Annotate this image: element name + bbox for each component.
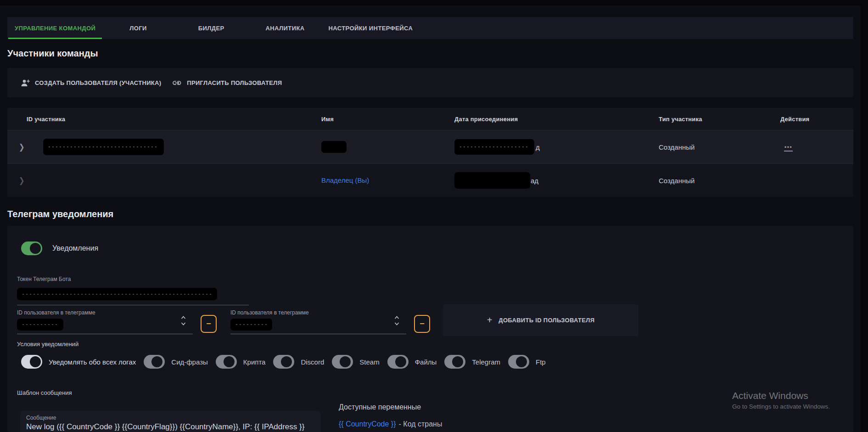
toggle-discord[interactable] bbox=[273, 355, 294, 369]
toggle-files-label: Файлы bbox=[415, 358, 437, 366]
notifications-toggle[interactable] bbox=[21, 241, 42, 255]
redacted-join-date bbox=[454, 139, 534, 155]
cell-name: Владелец (Вы) bbox=[321, 176, 454, 185]
redacted-user-id-value[interactable] bbox=[230, 319, 272, 331]
telegram-user-id-field: ID пользователя в телеграмме − bbox=[17, 309, 219, 337]
number-spinner[interactable] bbox=[180, 315, 186, 328]
condition-seed-phrases: Сид-фразы bbox=[144, 355, 207, 369]
col-header-member-id: ID участника bbox=[27, 116, 321, 123]
toggle-all-logs-label: Уведомлять обо всех логах bbox=[49, 358, 136, 366]
invite-user-button[interactable]: ПРИГЛАСИТЬ ПОЛЬЗОВАТЕЛЯ bbox=[172, 79, 282, 86]
cell-expand: ❯ bbox=[7, 176, 27, 185]
condition-all-logs: Уведомлять обо всех логах bbox=[21, 355, 136, 369]
join-date-suffix: ад bbox=[531, 177, 538, 185]
condition-files: Файлы bbox=[387, 355, 437, 369]
redacted-member-name bbox=[321, 141, 347, 153]
toggle-steam-label: Steam bbox=[359, 358, 379, 366]
more-dots: ••• bbox=[784, 146, 792, 149]
variable-countrycode-description: - Код страны bbox=[399, 420, 442, 428]
watermark-title: Activate Windows bbox=[732, 390, 830, 401]
spinner-up-icon bbox=[182, 317, 185, 319]
redacted-user-id-value[interactable] bbox=[17, 319, 63, 331]
telegram-panel: Уведомления Токен Телеграм Бота ID польз… bbox=[7, 226, 853, 432]
add-user-id-label: ДОБАВИТЬ ID ПОЛЬЗОВАТЕЛЯ bbox=[498, 317, 594, 324]
table-row[interactable]: ❯ д Созданный ••• bbox=[7, 130, 853, 163]
toggle-knob bbox=[30, 243, 41, 254]
remove-id-button[interactable]: − bbox=[201, 315, 217, 333]
col-header-actions: Действия bbox=[780, 116, 853, 123]
toggle-crypto[interactable] bbox=[216, 355, 237, 369]
condition-ftp: Ftp bbox=[508, 355, 546, 369]
variables-title: Доступные переменные bbox=[339, 403, 442, 411]
cell-name bbox=[321, 141, 454, 153]
table-row[interactable]: ❯ Владелец (Вы) ад Созданный bbox=[7, 163, 853, 197]
tab-builder-label: БИЛДЕР bbox=[198, 25, 224, 32]
notifications-toggle-row: Уведомления bbox=[21, 241, 98, 255]
watermark-subtitle: Go to Settings to activate Windows. bbox=[732, 403, 830, 410]
create-user-button[interactable]: СОЗДАТЬ ПОЛЬЗОВАТЕЛЯ (УЧАСТНИКА) bbox=[21, 79, 161, 87]
message-template-input[interactable]: New log ({{ CountryCode }} {{CountryFlag… bbox=[26, 422, 320, 432]
spinner-down-icon bbox=[395, 323, 399, 325]
tab-builder[interactable]: БИЛДЕР bbox=[192, 17, 231, 39]
join-date-suffix: д bbox=[536, 143, 540, 151]
notifications-toggle-label: Уведомления bbox=[52, 244, 98, 252]
condition-telegram: Telegram bbox=[444, 355, 500, 369]
tab-analytics-label: АНАЛИТИКА bbox=[266, 25, 305, 32]
more-actions-icon[interactable]: ••• bbox=[784, 146, 793, 151]
cell-actions: ••• bbox=[780, 143, 853, 151]
app-root: УПРАВЛЕНИЕ КОМАНДОЙ ЛОГИ БИЛДЕР АНАЛИТИК… bbox=[0, 6, 861, 432]
toggle-knob bbox=[30, 356, 41, 367]
user-id-underline bbox=[230, 334, 406, 334]
tab-logs-label: ЛОГИ bbox=[129, 25, 147, 32]
message-template-label: Шаблон сообщения bbox=[17, 389, 72, 396]
condition-crypto: Крипта bbox=[216, 355, 266, 369]
notification-conditions-row: Уведомлять обо всех логах Сид-фразы Крип… bbox=[21, 355, 546, 369]
cell-join-date: д bbox=[454, 139, 659, 155]
user-id-underline bbox=[17, 334, 193, 334]
toggle-knob bbox=[151, 356, 162, 367]
token-label: Токен Телеграм Бота bbox=[17, 276, 71, 282]
team-toolbar: СОЗДАТЬ ПОЛЬЗОВАТЕЛЯ (УЧАСТНИКА) ПРИГЛАС… bbox=[7, 68, 853, 97]
tab-interface-settings[interactable]: НАСТРОЙКИ ИНТЕРФЕЙСА bbox=[322, 17, 420, 39]
redacted-token-value[interactable] bbox=[17, 288, 217, 300]
toggle-seed-phrases[interactable] bbox=[144, 355, 165, 369]
toggle-files[interactable] bbox=[387, 355, 409, 369]
condition-discord: Discord bbox=[273, 355, 324, 369]
toggle-crypto-label: Крипта bbox=[243, 358, 266, 366]
toggle-ftp[interactable] bbox=[508, 355, 529, 369]
activate-windows-watermark: Activate Windows Go to Settings to activ… bbox=[732, 390, 830, 410]
message-label: Сообщение bbox=[26, 415, 320, 421]
tab-team-management-label: УПРАВЛЕНИЕ КОМАНДОЙ bbox=[15, 25, 95, 32]
owner-name-link[interactable]: Владелец (Вы) bbox=[321, 176, 369, 184]
redacted-join-date bbox=[454, 172, 530, 189]
tab-bar: УПРАВЛЕНИЕ КОМАНДОЙ ЛОГИ БИЛДЕР АНАЛИТИК… bbox=[7, 17, 853, 39]
minus-icon: − bbox=[206, 319, 211, 329]
available-variables: Доступные переменные {{ CountryCode }}- … bbox=[339, 403, 442, 428]
spinner-up-icon bbox=[395, 317, 399, 319]
toggle-steam[interactable] bbox=[332, 355, 353, 369]
spinner-down-icon bbox=[182, 323, 185, 325]
toggle-knob bbox=[516, 356, 527, 367]
col-header-join-date: Дата присоединения bbox=[454, 116, 659, 123]
toggle-knob bbox=[452, 356, 463, 367]
toggle-knob bbox=[340, 356, 351, 367]
message-template-card: Сообщение New log ({{ CountryCode }} {{C… bbox=[20, 411, 320, 432]
number-spinner[interactable] bbox=[394, 315, 400, 328]
tab-logs[interactable]: ЛОГИ bbox=[123, 17, 153, 39]
expand-chevron-icon[interactable]: ❯ bbox=[19, 142, 25, 152]
toggle-knob bbox=[224, 356, 235, 367]
col-header-member-type: Тип участника bbox=[659, 116, 780, 123]
members-table: ID участника Имя Дата присоединения Тип … bbox=[7, 108, 853, 197]
toggle-telegram[interactable] bbox=[444, 355, 465, 369]
col-header-name: Имя bbox=[321, 116, 454, 123]
add-user-id-button[interactable]: + ДОБАВИТЬ ID ПОЛЬЗОВАТЕЛЯ bbox=[443, 304, 638, 336]
user-id-label: ID пользователя в телеграмме bbox=[17, 309, 95, 316]
invite-link-icon bbox=[172, 79, 182, 86]
variable-item: {{ CountryCode }}- Код страны bbox=[339, 420, 442, 428]
toggle-all-logs[interactable] bbox=[21, 355, 42, 369]
variable-countrycode-link[interactable]: {{ CountryCode }} bbox=[339, 420, 396, 428]
tab-team-management[interactable]: УПРАВЛЕНИЕ КОМАНДОЙ bbox=[8, 17, 102, 39]
tab-analytics[interactable]: АНАЛИТИКА bbox=[259, 17, 311, 39]
remove-id-button[interactable]: − bbox=[414, 315, 430, 333]
expand-chevron-icon[interactable]: ❯ bbox=[19, 176, 25, 185]
